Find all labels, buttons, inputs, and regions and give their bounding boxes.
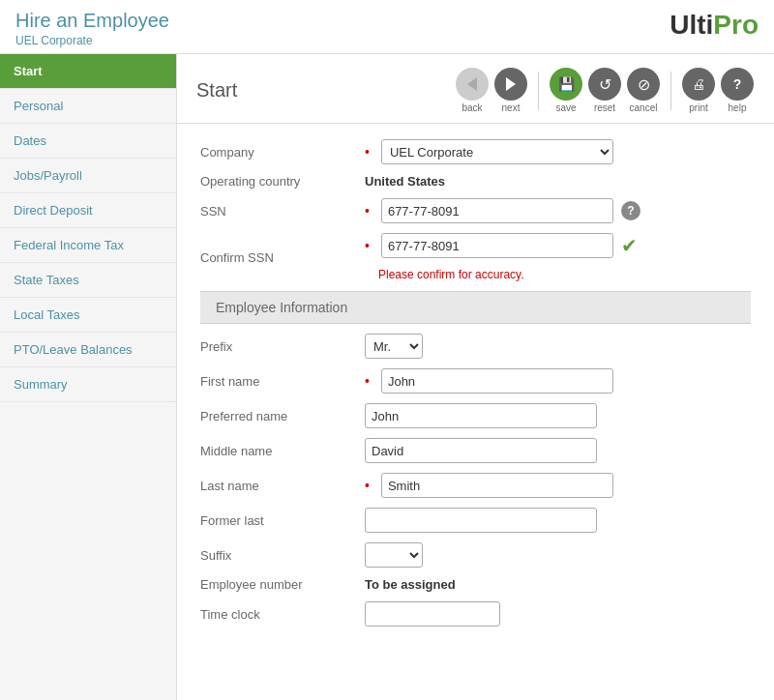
employee-info-section-header: Employee Information — [200, 291, 751, 324]
employee-number-row: Employee number To be assigned — [200, 577, 751, 592]
time-clock-row: Time clock — [200, 601, 751, 627]
middle-name-label: Middle name — [200, 444, 365, 458]
sidebar-item-state-taxes[interactable]: State Taxes — [0, 263, 176, 298]
back-icon — [456, 68, 489, 101]
middle-name-input[interactable] — [365, 438, 597, 463]
toolbar-separator-1 — [538, 72, 539, 110]
content-title: Start — [196, 79, 237, 102]
cancel-button[interactable]: ⊘ cancel — [626, 68, 661, 113]
last-name-input[interactable] — [381, 473, 613, 498]
sidebar-item-summary[interactable]: Summary — [0, 367, 176, 402]
preferred-name-input[interactable] — [365, 403, 597, 428]
header-subtitle: UEL Corporate — [15, 34, 169, 47]
confirm-ssn-label: Confirm SSN — [200, 250, 365, 265]
time-clock-label: Time clock — [200, 607, 365, 622]
former-last-control — [365, 508, 751, 533]
company-required-dot: • — [365, 144, 370, 160]
cancel-icon: ⊘ — [627, 68, 660, 101]
prefix-select[interactable]: Mr. Mrs. Ms. Dr. — [365, 334, 423, 359]
sidebar-item-personal[interactable]: Personal — [0, 89, 176, 124]
toolbar-separator-2 — [670, 72, 671, 110]
last-name-label: Last name — [200, 479, 365, 493]
first-name-label: First name — [200, 374, 365, 389]
help-icon: ? — [721, 68, 754, 101]
last-name-required-dot: • — [365, 478, 370, 493]
time-clock-control — [365, 601, 751, 627]
sidebar-item-pto-leave[interactable]: PTO/Leave Balances — [0, 333, 176, 367]
first-name-row: First name • — [200, 368, 751, 394]
employee-number-label: Employee number — [200, 577, 365, 592]
next-icon — [494, 68, 527, 101]
operating-country-control: United States — [365, 174, 751, 189]
first-name-control: • — [365, 368, 751, 394]
operating-country-row: Operating country United States — [200, 174, 751, 189]
suffix-select[interactable]: Jr. Sr. II III — [365, 542, 423, 568]
preferred-name-label: Preferred name — [200, 409, 365, 423]
sidebar-item-jobs-payroll[interactable]: Jobs/Payroll — [0, 159, 176, 193]
page-title: Hire an Employee — [15, 10, 169, 32]
sidebar: Start Personal Dates Jobs/Payroll Direct… — [0, 54, 177, 700]
prefix-label: Prefix — [200, 339, 365, 354]
middle-name-control — [365, 438, 751, 463]
confirm-ssn-control: • ✔ Please confirm for accuracy. — [365, 233, 751, 281]
ssn-label: SSN — [200, 204, 365, 219]
prefix-row: Prefix Mr. Mrs. Ms. Dr. — [200, 334, 751, 359]
last-name-row: Last name • — [200, 473, 751, 498]
save-button[interactable]: 💾 save — [549, 68, 583, 113]
print-button[interactable]: 🖨 print — [681, 68, 716, 113]
reset-icon: ↺ — [588, 68, 621, 101]
back-button[interactable]: back — [455, 68, 490, 113]
suffix-label: Suffix — [200, 548, 365, 563]
app-logo: UltiPro — [670, 10, 759, 41]
suffix-row: Suffix Jr. Sr. II III — [200, 542, 751, 568]
confirm-ssn-input[interactable] — [381, 233, 613, 258]
confirm-ssn-note: Please confirm for accuracy. — [378, 268, 524, 281]
toolbar: back next 💾 save — [455, 68, 755, 113]
time-clock-input[interactable] — [365, 601, 500, 627]
company-label: Company — [200, 145, 365, 160]
content-area: Start back next — [177, 54, 774, 700]
sidebar-item-dates[interactable]: Dates — [0, 124, 176, 159]
sidebar-item-direct-deposit[interactable]: Direct Deposit — [0, 193, 176, 228]
help-button[interactable]: ? help — [720, 68, 755, 113]
employee-number-value: To be assigned — [365, 577, 456, 592]
ssn-input[interactable] — [381, 198, 613, 223]
suffix-control: Jr. Sr. II III — [365, 542, 751, 568]
sidebar-item-federal-income-tax[interactable]: Federal Income Tax — [0, 228, 176, 263]
logo-part2: Pro — [713, 10, 759, 40]
form-area: Company • UEL Corporate Operating countr… — [177, 124, 774, 652]
confirm-ssn-required-dot: • — [365, 238, 370, 253]
print-icon: 🖨 — [682, 68, 715, 101]
preferred-name-row: Preferred name — [200, 403, 751, 428]
middle-name-row: Middle name — [200, 438, 751, 463]
next-button[interactable]: next — [493, 68, 528, 113]
confirm-ssn-row: Confirm SSN • ✔ Please confirm for accur… — [200, 233, 751, 281]
prefix-control: Mr. Mrs. Ms. Dr. — [365, 334, 751, 359]
ssn-row: SSN • ? — [200, 198, 751, 223]
sidebar-item-start[interactable]: Start — [0, 54, 176, 89]
ssn-control: • ? — [365, 198, 751, 223]
former-last-input[interactable] — [365, 508, 597, 533]
operating-country-value: United States — [365, 174, 445, 189]
confirm-ssn-check-icon: ✔ — [621, 234, 638, 257]
former-last-label: Former last — [200, 513, 365, 528]
company-control: • UEL Corporate — [365, 139, 751, 164]
company-row: Company • UEL Corporate — [200, 139, 751, 164]
reset-button[interactable]: ↺ reset — [587, 68, 622, 113]
employee-number-control: To be assigned — [365, 577, 751, 592]
save-icon: 💾 — [550, 68, 582, 101]
operating-country-label: Operating country — [200, 174, 365, 189]
last-name-control: • — [365, 473, 751, 498]
ssn-help-icon[interactable]: ? — [621, 201, 640, 220]
first-name-input[interactable] — [381, 368, 613, 394]
former-last-row: Former last — [200, 508, 751, 533]
ssn-required-dot: • — [365, 203, 370, 219]
preferred-name-control — [365, 403, 751, 428]
logo-part1: Ulti — [670, 10, 713, 40]
company-select[interactable]: UEL Corporate — [381, 139, 613, 164]
sidebar-item-local-taxes[interactable]: Local Taxes — [0, 298, 176, 333]
first-name-required-dot: • — [365, 373, 370, 389]
